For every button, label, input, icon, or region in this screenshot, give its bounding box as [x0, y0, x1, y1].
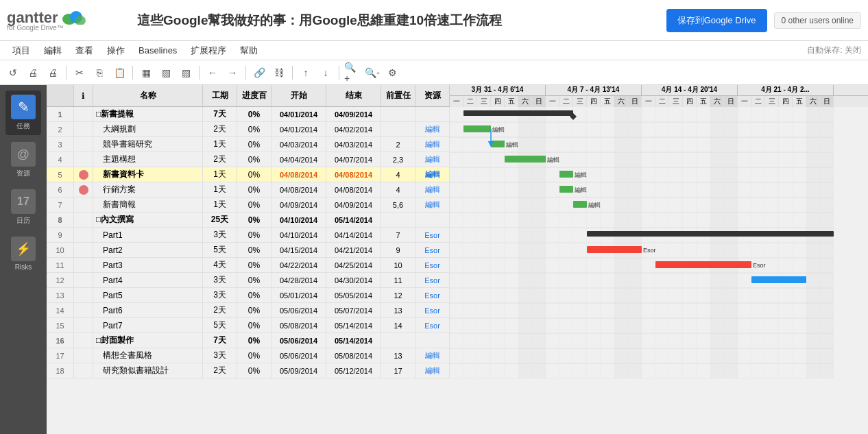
toolbar-settings[interactable]: ⚙ [383, 64, 401, 82]
day-tue2: 二 [559, 96, 573, 107]
col-num-header [47, 85, 74, 106]
cell-end: 04/21/2014 [326, 243, 381, 257]
cell-pred: 14 [381, 318, 415, 333]
sidebar-item-tasks[interactable]: ✎ 任務 [5, 91, 41, 135]
toolbar-task3[interactable]: ▨ [177, 64, 195, 82]
table-row[interactable]: 4 主題構想 2天 0% 04/04/2014 04/07/2014 2,3 編… [47, 152, 450, 167]
gantt-bar-8 [587, 231, 834, 237]
toolbar-sep5 [292, 66, 293, 80]
toolbar-down[interactable]: → [224, 64, 241, 82]
gantt-bar-11 [751, 276, 806, 283]
sidebar-label-calendar: 日历 [16, 216, 30, 226]
cell-dur: 7天 [203, 333, 237, 348]
cell-prog: 0% [237, 182, 272, 197]
cell-pred: 2,3 [381, 152, 415, 167]
cell-info [74, 243, 93, 257]
toolbar-task1[interactable]: ▦ [137, 64, 155, 82]
cell-pred: 13 [381, 303, 415, 317]
table-row[interactable]: 7 新書簡報 1天 0% 04/09/2014 04/09/2014 5,6 編… [47, 197, 450, 213]
app-title: 這些Google幫我做好的事：用Google思維重建10倍速工作流程 [130, 12, 666, 29]
menu-help[interactable]: 幫助 [234, 43, 263, 58]
main-area: ✎ 任務 @ 资源 17 日历 ⚡ Risks ℹ 名称 工期 进度百 开始 结… [0, 85, 868, 434]
toolbar-move-up[interactable]: ↑ [297, 64, 315, 82]
cell-info [74, 303, 93, 317]
gantt-bar-1 [463, 110, 573, 116]
cell-prog: 0% [237, 122, 272, 136]
toolbar-cut[interactable]: ✂ [71, 64, 88, 82]
cell-num: 4 [47, 152, 74, 167]
table-row[interactable]: 1 □新書提報 7天 0% 04/01/2014 04/09/2014 [47, 107, 450, 122]
week-4: 4月 21 - 4月 2... [738, 85, 834, 95]
table-row[interactable]: 18 研究類似書籍設計 2天 0% 05/09/2014 05/12/2014 … [47, 363, 450, 378]
cell-dur: 25天 [203, 213, 237, 227]
table-row[interactable]: 5 新書資料卡 1天 0% 04/08/2014 04/08/2014 4 編輯 [47, 167, 450, 182]
cell-num: 2 [47, 122, 74, 136]
sidebar-item-resources[interactable]: @ 资源 [5, 138, 41, 182]
day-mon1: 一 [450, 96, 463, 107]
table-row[interactable]: 9 Part1 3天 0% 04/10/2014 04/14/2014 7 Es… [47, 228, 450, 243]
toolbar-zoom-in[interactable]: 🔍+ [343, 64, 361, 82]
table-row[interactable]: 15 Part7 5天 0% 05/08/2014 05/14/2014 14 … [47, 318, 450, 333]
cell-num: 18 [47, 363, 74, 378]
table-row[interactable]: 10 Part2 5天 0% 04/15/2014 04/21/2014 9 E… [47, 243, 450, 258]
sidebar: ✎ 任務 @ 资源 17 日历 ⚡ Risks [0, 85, 47, 434]
table-row[interactable]: 16 □封面製作 7天 0% 05/06/2014 05/14/2014 [47, 333, 450, 348]
toolbar-refresh[interactable]: ↺ [4, 64, 22, 82]
day-fri2: 五 [601, 96, 614, 107]
cell-dur: 5天 [203, 318, 237, 333]
menu-action[interactable]: 操作 [101, 43, 130, 58]
risks-icon: ⚡ [11, 237, 36, 261]
user-avatar [79, 170, 88, 180]
toolbar-paste[interactable]: 📋 [110, 64, 128, 82]
menu-edit[interactable]: 編輯 [38, 43, 67, 58]
cell-dur: 1天 [203, 167, 237, 182]
cell-name: 新書簡報 [93, 197, 203, 212]
table-row[interactable]: 13 Part5 3天 0% 05/01/2014 05/05/2014 12 … [47, 288, 450, 303]
day-wed3: 三 [669, 96, 683, 107]
cell-name: 主題構想 [93, 152, 203, 167]
menu-extensions[interactable]: 扩展程序 [185, 43, 232, 58]
toolbar-print[interactable]: 🖨 [24, 64, 42, 82]
toolbar-move-down[interactable]: ↓ [317, 64, 335, 82]
cell-name: □封面製作 [93, 333, 203, 348]
cell-pred: 17 [381, 363, 415, 378]
gantt-label-10: Esor [753, 262, 766, 269]
cell-start: 04/28/2014 [272, 273, 326, 287]
cell-name: 新書資料卡 [93, 167, 203, 182]
cell-start: 04/22/2014 [272, 258, 326, 272]
menu-baselines[interactable]: Baselines [133, 44, 182, 57]
users-online-badge: 0 other users online [774, 12, 861, 29]
menu-view[interactable]: 查看 [70, 43, 99, 58]
table-row[interactable]: 11 Part3 4天 0% 04/22/2014 04/25/2014 10 … [47, 258, 450, 273]
toolbar-task2[interactable]: ▧ [157, 64, 175, 82]
table-row[interactable]: 8 □內文撰寫 25天 0% 04/10/2014 05/14/2014 [47, 213, 450, 228]
cell-info [74, 258, 93, 272]
sidebar-item-calendar[interactable]: 17 日历 [5, 185, 41, 230]
toolbar-unlink[interactable]: ⛓ [270, 64, 288, 82]
table-row[interactable]: 12 Part4 3天 0% 04/28/2014 04/30/2014 11 … [47, 273, 450, 288]
cell-start: 05/01/2014 [272, 288, 326, 302]
gantt-bar-2 [463, 125, 491, 132]
save-button[interactable]: 保存到Google Drive [666, 9, 767, 32]
cell-pred: 2 [381, 137, 415, 152]
table-row[interactable]: 2 大綱規劃 2天 0% 04/01/2014 04/02/2014 編輯 [47, 122, 450, 137]
day-thu3: 四 [683, 96, 697, 107]
cell-pred: 7 [381, 228, 415, 242]
table-row[interactable]: 3 競爭書籍研究 1天 0% 04/03/2014 04/03/2014 2 編… [47, 137, 450, 152]
cell-dur: 2天 [203, 363, 237, 378]
sidebar-item-risks[interactable]: ⚡ Risks [5, 232, 41, 275]
table-row[interactable]: 14 Part6 2天 0% 05/06/2014 05/07/2014 13 … [47, 303, 450, 318]
cell-dur: 3天 [203, 228, 237, 242]
toolbar-link[interactable]: 🔗 [250, 64, 268, 82]
toolbar-up[interactable]: ← [204, 64, 221, 82]
menu-project[interactable]: 項目 [7, 43, 36, 58]
cell-num: 15 [47, 318, 74, 333]
table-row[interactable]: 17 構想全書風格 3天 0% 05/06/2014 05/08/2014 13… [47, 348, 450, 363]
col-prog-header: 进度百 [237, 85, 272, 106]
toolbar-print2[interactable]: 🖨 [44, 64, 62, 82]
cell-pred [381, 213, 415, 227]
toolbar-zoom-out[interactable]: 🔍- [363, 64, 381, 82]
toolbar-copy[interactable]: ⎘ [91, 64, 108, 82]
day-fri4: 五 [793, 96, 806, 107]
table-row[interactable]: 6 行銷方案 1天 0% 04/08/2014 04/08/2014 4 編輯 [47, 182, 450, 197]
